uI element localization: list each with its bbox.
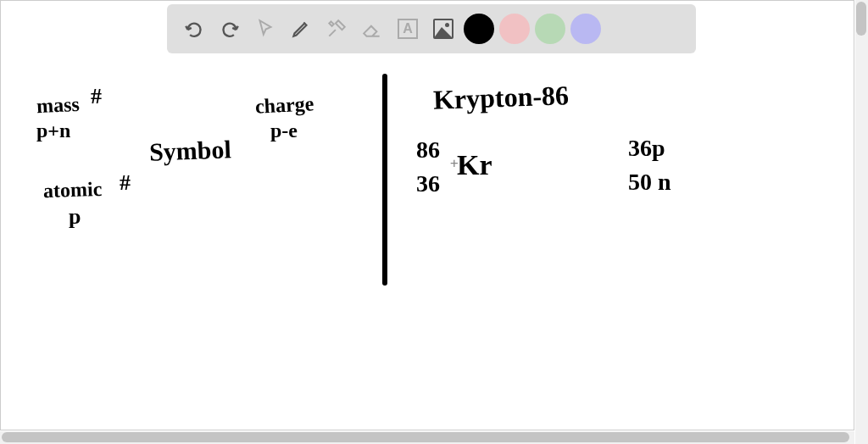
note-mass-label: mass (36, 93, 80, 119)
text-tool-button[interactable]: A (391, 12, 425, 46)
color-green[interactable] (535, 14, 565, 44)
note-50n: 50 n (628, 169, 671, 196)
note-36p: 36p (628, 135, 665, 162)
color-pink[interactable] (499, 14, 530, 44)
pencil-icon (290, 18, 312, 40)
drawing-toolbar: A (167, 4, 696, 53)
image-tool-button[interactable] (426, 12, 460, 46)
note-kr-symbol: Kr (457, 149, 492, 181)
tools-button[interactable] (320, 12, 353, 46)
cursor-icon (254, 18, 276, 40)
note-atomic: atomic (43, 178, 103, 203)
color-purple[interactable] (570, 14, 601, 44)
pencil-tool-button[interactable] (284, 12, 318, 46)
note-symbol: Symbol (148, 135, 231, 166)
note-mass-86: 86 (416, 136, 440, 164)
undo-icon (183, 18, 205, 40)
note-hash-mass: # (91, 84, 102, 109)
color-black[interactable] (464, 14, 494, 44)
note-p: p (69, 204, 81, 230)
note-krypton-title: Krypton-86 (432, 80, 569, 116)
horizontal-scrollbar[interactable] (0, 431, 854, 444)
note-hash-atomic: # (120, 170, 131, 196)
note-charge: charge (254, 92, 314, 119)
text-icon: A (398, 19, 418, 39)
note-pe: p-e (270, 119, 298, 142)
note-pn: p+n (36, 119, 70, 142)
redo-icon (219, 18, 241, 40)
redo-button[interactable] (213, 12, 247, 46)
vertical-scrollbar[interactable] (855, 0, 868, 444)
eraser-icon (361, 18, 383, 40)
scrollbar-thumb-v[interactable] (856, 2, 866, 36)
whiteboard-canvas[interactable]: A mass # p+n Symbol charge p-e atomic # … (0, 0, 854, 430)
divider-line (382, 74, 387, 286)
image-icon (433, 19, 453, 39)
note-atomic-36: 36 (416, 170, 440, 197)
tools-icon (326, 18, 348, 40)
scrollbar-thumb-h[interactable] (2, 432, 849, 442)
eraser-tool-button[interactable] (355, 12, 389, 46)
cursor-crosshair: + (450, 155, 459, 171)
pointer-tool-button[interactable] (248, 12, 282, 46)
undo-button[interactable] (177, 12, 211, 46)
